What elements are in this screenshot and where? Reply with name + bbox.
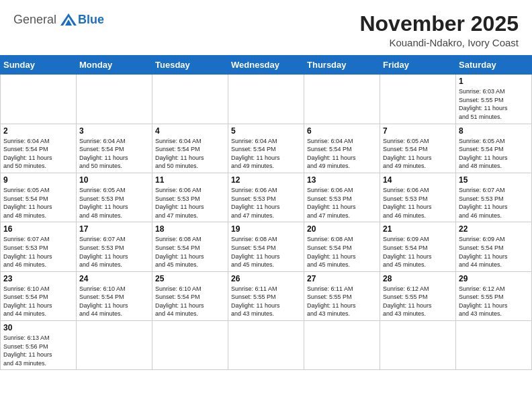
- header: General Blue November 2025 Kouandi-Ndakr…: [0, 0, 532, 55]
- day-number: 17: [79, 224, 149, 234]
- day-number: 9: [3, 175, 73, 185]
- calendar-cell: 28Sunrise: 6:12 AM Sunset: 5:55 PM Dayli…: [380, 271, 456, 320]
- day-number: 22: [459, 224, 529, 234]
- calendar-body: 1Sunrise: 6:03 AM Sunset: 5:55 PM Daylig…: [1, 75, 532, 370]
- logo-blue-text: Blue: [78, 13, 104, 27]
- day-info: Sunrise: 6:05 AM Sunset: 5:54 PM Dayligh…: [383, 137, 453, 171]
- day-info: Sunrise: 6:08 AM Sunset: 5:54 PM Dayligh…: [231, 235, 301, 269]
- calendar-cell: 20Sunrise: 6:08 AM Sunset: 5:54 PM Dayli…: [304, 222, 380, 271]
- weekday-row: SundayMondayTuesdayWednesdayThursdayFrid…: [1, 56, 532, 75]
- day-info: Sunrise: 6:12 AM Sunset: 5:55 PM Dayligh…: [459, 285, 529, 318]
- calendar-week-row: 30Sunrise: 6:13 AM Sunset: 5:56 PM Dayli…: [1, 321, 532, 370]
- day-number: 15: [459, 175, 529, 185]
- day-info: Sunrise: 6:06 AM Sunset: 5:53 PM Dayligh…: [307, 186, 377, 220]
- calendar-cell: [456, 321, 532, 370]
- day-number: 18: [155, 224, 225, 234]
- calendar-cell: 3Sunrise: 6:04 AM Sunset: 5:54 PM Daylig…: [77, 124, 152, 173]
- day-info: Sunrise: 6:09 AM Sunset: 5:54 PM Dayligh…: [383, 235, 453, 269]
- calendar-cell: 26Sunrise: 6:11 AM Sunset: 5:55 PM Dayli…: [228, 271, 304, 320]
- day-info: Sunrise: 6:04 AM Sunset: 5:54 PM Dayligh…: [3, 137, 73, 171]
- day-info: Sunrise: 6:05 AM Sunset: 5:53 PM Dayligh…: [79, 186, 149, 220]
- calendar-cell: 11Sunrise: 6:06 AM Sunset: 5:53 PM Dayli…: [152, 173, 228, 222]
- calendar-cell: 8Sunrise: 6:05 AM Sunset: 5:54 PM Daylig…: [456, 124, 532, 173]
- calendar-cell: [304, 75, 380, 124]
- calendar-cell: [77, 321, 152, 370]
- title-block: November 2025 Kouandi-Ndakro, Ivory Coas…: [359, 12, 519, 48]
- calendar-cell: [228, 321, 304, 370]
- calendar-cell: 22Sunrise: 6:09 AM Sunset: 5:54 PM Dayli…: [456, 222, 532, 271]
- day-number: 5: [231, 126, 301, 136]
- day-info: Sunrise: 6:10 AM Sunset: 5:54 PM Dayligh…: [3, 285, 73, 318]
- day-number: 26: [231, 274, 301, 283]
- calendar-cell: 2Sunrise: 6:04 AM Sunset: 5:54 PM Daylig…: [1, 124, 77, 173]
- calendar-cell: 9Sunrise: 6:05 AM Sunset: 5:54 PM Daylig…: [1, 173, 77, 222]
- day-info: Sunrise: 6:11 AM Sunset: 5:55 PM Dayligh…: [231, 285, 301, 318]
- calendar-cell: 13Sunrise: 6:06 AM Sunset: 5:53 PM Dayli…: [304, 173, 380, 222]
- logo-general-text: General: [13, 13, 56, 27]
- weekday-header-saturday: Saturday: [456, 56, 532, 75]
- calendar-cell: 7Sunrise: 6:05 AM Sunset: 5:54 PM Daylig…: [380, 124, 456, 173]
- day-number: 4: [155, 126, 225, 136]
- calendar-week-row: 1Sunrise: 6:03 AM Sunset: 5:55 PM Daylig…: [1, 75, 532, 124]
- day-number: 2: [3, 126, 73, 136]
- day-number: 3: [79, 126, 149, 136]
- weekday-header-sunday: Sunday: [1, 56, 77, 75]
- day-number: 13: [307, 175, 377, 185]
- calendar-cell: 17Sunrise: 6:07 AM Sunset: 5:53 PM Dayli…: [77, 222, 152, 271]
- calendar-cell: 6Sunrise: 6:04 AM Sunset: 5:54 PM Daylig…: [304, 124, 380, 173]
- logo-icon: [59, 12, 78, 27]
- location-subtitle: Kouandi-Ndakro, Ivory Coast: [359, 37, 519, 48]
- calendar-cell: 18Sunrise: 6:08 AM Sunset: 5:54 PM Dayli…: [152, 222, 228, 271]
- calendar-week-row: 23Sunrise: 6:10 AM Sunset: 5:54 PM Dayli…: [1, 271, 532, 320]
- calendar-cell: 19Sunrise: 6:08 AM Sunset: 5:54 PM Dayli…: [228, 222, 304, 271]
- calendar-week-row: 2Sunrise: 6:04 AM Sunset: 5:54 PM Daylig…: [1, 124, 532, 173]
- calendar-cell: 16Sunrise: 6:07 AM Sunset: 5:53 PM Dayli…: [1, 222, 77, 271]
- calendar-table: SundayMondayTuesdayWednesdayThursdayFrid…: [0, 55, 532, 370]
- day-number: 14: [383, 175, 453, 185]
- day-number: 29: [459, 274, 529, 283]
- day-number: 21: [383, 224, 453, 234]
- day-info: Sunrise: 6:11 AM Sunset: 5:55 PM Dayligh…: [307, 285, 377, 318]
- calendar-header: SundayMondayTuesdayWednesdayThursdayFrid…: [1, 56, 532, 75]
- calendar-cell: 24Sunrise: 6:10 AM Sunset: 5:54 PM Dayli…: [77, 271, 152, 320]
- day-number: 8: [459, 126, 529, 136]
- day-info: Sunrise: 6:03 AM Sunset: 5:55 PM Dayligh…: [459, 87, 529, 121]
- calendar-cell: [152, 75, 228, 124]
- day-info: Sunrise: 6:07 AM Sunset: 5:53 PM Dayligh…: [459, 186, 529, 220]
- day-info: Sunrise: 6:12 AM Sunset: 5:55 PM Dayligh…: [383, 285, 453, 318]
- weekday-header-monday: Monday: [77, 56, 152, 75]
- calendar-cell: 5Sunrise: 6:04 AM Sunset: 5:54 PM Daylig…: [228, 124, 304, 173]
- calendar-cell: [380, 75, 456, 124]
- calendar-cell: [152, 321, 228, 370]
- day-number: 1: [459, 77, 529, 86]
- day-number: 28: [383, 274, 453, 283]
- day-info: Sunrise: 6:10 AM Sunset: 5:54 PM Dayligh…: [79, 285, 149, 318]
- calendar-cell: 25Sunrise: 6:10 AM Sunset: 5:54 PM Dayli…: [152, 271, 228, 320]
- day-number: 20: [307, 224, 377, 234]
- calendar-cell: 30Sunrise: 6:13 AM Sunset: 5:56 PM Dayli…: [1, 321, 77, 370]
- weekday-header-thursday: Thursday: [304, 56, 380, 75]
- calendar-cell: 15Sunrise: 6:07 AM Sunset: 5:53 PM Dayli…: [456, 173, 532, 222]
- calendar-cell: 14Sunrise: 6:06 AM Sunset: 5:53 PM Dayli…: [380, 173, 456, 222]
- logo: General Blue: [13, 12, 104, 27]
- day-number: 30: [3, 323, 73, 332]
- calendar-cell: 23Sunrise: 6:10 AM Sunset: 5:54 PM Dayli…: [1, 271, 77, 320]
- day-number: 6: [307, 126, 377, 136]
- page: General Blue November 2025 Kouandi-Ndakr…: [0, 0, 532, 411]
- day-info: Sunrise: 6:04 AM Sunset: 5:54 PM Dayligh…: [307, 137, 377, 171]
- calendar-week-row: 9Sunrise: 6:05 AM Sunset: 5:54 PM Daylig…: [1, 173, 532, 222]
- day-info: Sunrise: 6:09 AM Sunset: 5:54 PM Dayligh…: [459, 235, 529, 269]
- day-info: Sunrise: 6:06 AM Sunset: 5:53 PM Dayligh…: [155, 186, 225, 220]
- calendar-cell: [380, 321, 456, 370]
- day-number: 11: [155, 175, 225, 185]
- day-number: 12: [231, 175, 301, 185]
- day-info: Sunrise: 6:07 AM Sunset: 5:53 PM Dayligh…: [79, 235, 149, 269]
- day-info: Sunrise: 6:06 AM Sunset: 5:53 PM Dayligh…: [383, 186, 453, 220]
- calendar-week-row: 16Sunrise: 6:07 AM Sunset: 5:53 PM Dayli…: [1, 222, 532, 271]
- day-info: Sunrise: 6:05 AM Sunset: 5:54 PM Dayligh…: [3, 186, 73, 220]
- day-number: 19: [231, 224, 301, 234]
- month-year-title: November 2025: [359, 12, 519, 36]
- day-info: Sunrise: 6:04 AM Sunset: 5:54 PM Dayligh…: [231, 137, 301, 171]
- day-info: Sunrise: 6:04 AM Sunset: 5:54 PM Dayligh…: [155, 137, 225, 171]
- day-info: Sunrise: 6:10 AM Sunset: 5:54 PM Dayligh…: [155, 285, 225, 318]
